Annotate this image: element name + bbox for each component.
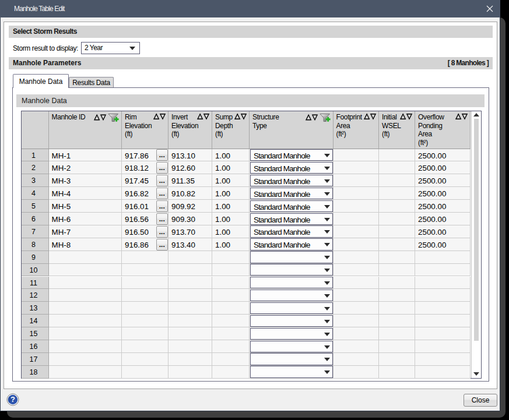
svg-text:?: ? bbox=[10, 395, 15, 404]
